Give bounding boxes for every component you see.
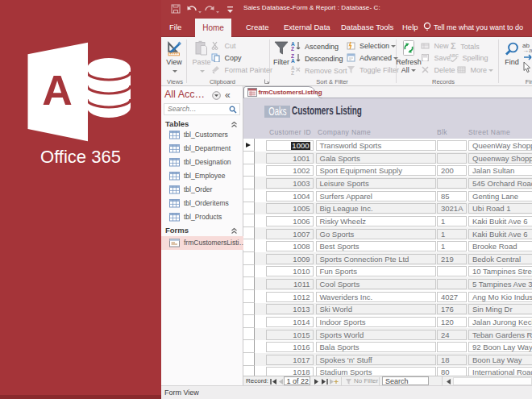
svg-text:ABC: ABC	[449, 53, 459, 58]
svg-text:Z: Z	[291, 46, 294, 51]
svg-text:A: A	[291, 58, 295, 63]
svg-text:A: A	[42, 67, 73, 114]
svg-text:Z: Z	[291, 70, 294, 75]
